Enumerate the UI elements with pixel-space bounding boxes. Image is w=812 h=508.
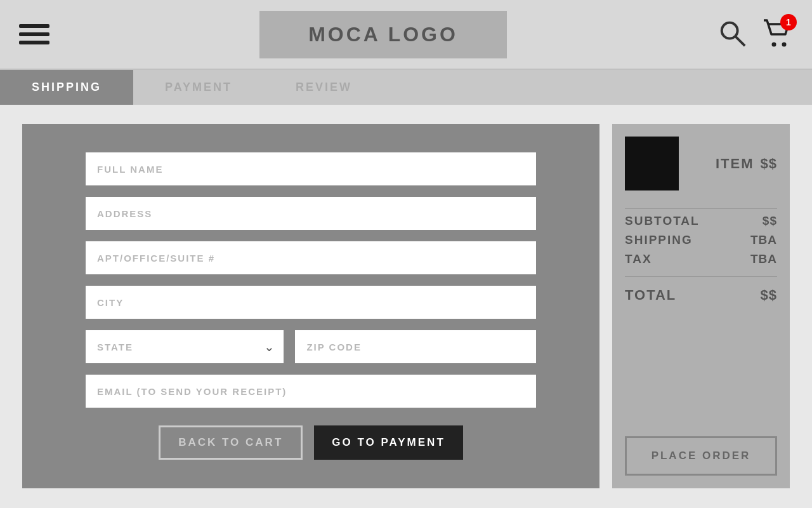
cart-icon-wrapper[interactable]: 1 <box>760 17 793 52</box>
tax-line: TAX TBA <box>625 252 777 266</box>
svg-point-2 <box>772 43 776 47</box>
logo-text: MOCA LOGO <box>308 23 458 46</box>
zip-input[interactable] <box>295 330 536 363</box>
back-to-cart-button[interactable]: BACK TO CART <box>159 425 303 460</box>
tax-label: TAX <box>625 252 652 266</box>
subtotal-line: SUBTOTAL $$ <box>625 214 777 228</box>
checkout-steps-nav: SHIPPING PAYMENT REVIEW <box>0 70 812 105</box>
subtotal-label: SUBTOTAL <box>625 214 700 228</box>
header-icons: 1 <box>717 17 793 52</box>
total-line: TOTAL $$ <box>625 287 777 304</box>
form-buttons: BACK TO CART GO TO PAYMENT <box>86 425 536 460</box>
subtotal-value: $$ <box>763 214 777 228</box>
state-select[interactable]: STATE AL AK AZ CA CO FL GA NY TX <box>86 330 284 363</box>
item-price: $$ <box>761 156 777 172</box>
svg-point-3 <box>782 43 787 47</box>
step-review[interactable]: REVIEW <box>264 70 384 105</box>
main-content: STATE AL AK AZ CA CO FL GA NY TX ⌄ BACK … <box>0 105 812 507</box>
address-input[interactable] <box>86 197 536 230</box>
state-select-wrapper: STATE AL AK AZ CA CO FL GA NY TX ⌄ <box>86 330 284 363</box>
total-label: TOTAL <box>625 287 676 304</box>
summary-divider-1 <box>625 208 777 209</box>
shipping-form-panel: STATE AL AK AZ CA CO FL GA NY TX ⌄ BACK … <box>22 124 599 488</box>
step-shipping[interactable]: SHIPPING <box>0 70 133 105</box>
item-label: ITEM <box>716 156 754 172</box>
shipping-line: SHIPPING TBA <box>625 233 777 247</box>
item-label-price: ITEM $$ <box>679 156 777 172</box>
site-header: MOCA LOGO 1 <box>0 0 812 70</box>
logo[interactable]: MOCA LOGO <box>259 11 507 58</box>
item-thumbnail <box>625 137 679 190</box>
full-name-input[interactable] <box>86 152 536 185</box>
state-zip-row: STATE AL AK AZ CA CO FL GA NY TX ⌄ <box>86 330 536 363</box>
order-summary-panel: ITEM $$ SUBTOTAL $$ SHIPPING TBA TAX TBA… <box>612 124 790 488</box>
tax-value: TBA <box>750 252 777 266</box>
step-payment[interactable]: PAYMENT <box>133 70 264 105</box>
hamburger-menu-icon[interactable] <box>19 24 49 44</box>
go-to-payment-button[interactable]: GO TO PAYMENT <box>314 425 463 460</box>
total-value: $$ <box>761 287 777 304</box>
order-item-row: ITEM $$ <box>625 137 777 190</box>
place-order-button[interactable]: PLACE ORDER <box>625 436 777 476</box>
summary-divider-2 <box>625 276 777 277</box>
shipping-value: TBA <box>750 233 777 247</box>
svg-line-1 <box>735 36 745 46</box>
apt-input[interactable] <box>86 241 536 274</box>
city-input[interactable] <box>86 286 536 319</box>
search-icon[interactable] <box>717 18 747 51</box>
cart-badge: 1 <box>780 14 797 30</box>
email-input[interactable] <box>86 375 536 408</box>
shipping-label: SHIPPING <box>625 233 693 247</box>
